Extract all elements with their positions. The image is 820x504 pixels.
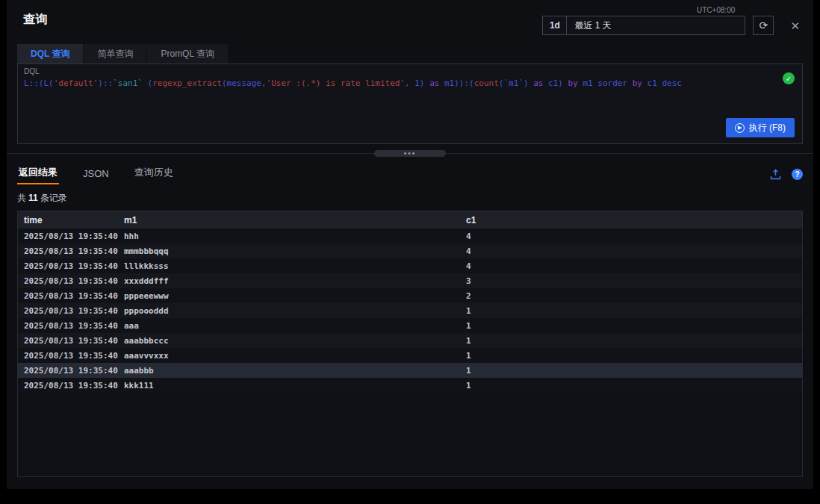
timezone-label: UTC+08:00: [697, 6, 735, 14]
record-count-value: 11: [26, 193, 40, 203]
tab-promql-query[interactable]: PromQL 查询: [147, 44, 229, 63]
table-row[interactable]: 2025/08/13 19:35:40kkk1111: [18, 378, 802, 393]
table-row[interactable]: 2025/08/13 19:35:40hhh4: [18, 228, 802, 243]
results-table: time m1 c1 2025/08/13 19:35:40hhh42025/0…: [18, 211, 802, 393]
table-cell: xxxdddfff: [118, 273, 460, 288]
help-glyph: ?: [795, 170, 799, 178]
record-count: 共11条记录: [17, 192, 803, 205]
export-icon[interactable]: [770, 169, 781, 180]
table-row[interactable]: 2025/08/13 19:35:40pppoooddd1: [18, 303, 802, 318]
refresh-icon: ⟳: [760, 19, 768, 31]
tab-dql-query[interactable]: DQL 查询: [17, 44, 84, 63]
code-token: regexp_extract: [152, 78, 222, 88]
play-icon: ▶: [735, 123, 745, 133]
table-cell: pppeeewww: [118, 288, 460, 303]
table-cell: 4: [460, 243, 802, 258]
tab-results[interactable]: 返回结果: [17, 163, 59, 186]
results-table-container: time m1 c1 2025/08/13 19:35:40hhh42025/0…: [17, 211, 803, 477]
results-tabbar: 返回结果 JSON 查询历史 ?: [17, 162, 803, 186]
code-token: (`m1`): [499, 78, 533, 88]
range-shortcut-button[interactable]: 1d: [543, 16, 567, 34]
code-token: by: [568, 78, 578, 88]
code-token: (: [143, 78, 152, 88]
table-cell: 1: [460, 378, 802, 393]
table-cell: 2025/08/13 19:35:40: [18, 378, 118, 393]
tab-simple-query[interactable]: 简单查询: [84, 44, 147, 63]
table-cell: 1: [460, 363, 802, 378]
code-token: 'default': [54, 78, 99, 88]
table-cell: 2025/08/13 19:35:40: [18, 288, 118, 303]
editor-label: DQL: [24, 67, 40, 75]
code-token: as: [533, 78, 543, 88]
table-cell: 4: [460, 228, 802, 243]
table-cell: lllkkksss: [118, 258, 460, 273]
table-cell: 1: [460, 318, 802, 333]
table-row[interactable]: 2025/08/13 19:35:40lllkkksss4: [18, 258, 802, 273]
dql-editor[interactable]: DQL L::(L('default')::`san1` (regexp_ext…: [17, 63, 803, 144]
table-cell: 3: [460, 273, 802, 288]
close-button[interactable]: ✕: [790, 19, 800, 33]
table-cell: 2025/08/13 19:35:40: [18, 318, 118, 333]
table-cell: 2025/08/13 19:35:40: [18, 303, 118, 318]
table-cell: hhh: [118, 228, 460, 243]
column-header-time[interactable]: time: [18, 211, 118, 228]
table-row[interactable]: 2025/08/13 19:35:40xxxdddfff3: [18, 273, 802, 288]
execute-label: 执行 (F8): [749, 122, 786, 134]
help-icon[interactable]: ?: [792, 169, 803, 180]
table-cell: 2025/08/13 19:35:40: [18, 273, 118, 288]
table-row[interactable]: 2025/08/13 19:35:40pppeeewww2: [18, 288, 802, 303]
table-row[interactable]: 2025/08/13 19:35:40aaavvvxxx1: [18, 348, 802, 363]
code-token: by: [633, 78, 642, 88]
code-token: , 1): [405, 78, 429, 88]
play-glyph: ▶: [738, 125, 742, 131]
table-row[interactable]: 2025/08/13 19:35:40aaabbb1: [18, 363, 802, 378]
code-token: (message,: [222, 78, 267, 88]
query-valid-check-icon: ✓: [783, 72, 795, 84]
code-token: count: [474, 78, 499, 88]
table-cell: 2025/08/13 19:35:40: [18, 333, 118, 348]
time-range-select[interactable]: 最近 1 天: [567, 16, 745, 34]
drag-handle[interactable]: •••: [374, 150, 446, 157]
code-token: c1): [543, 78, 568, 88]
tab-query-history[interactable]: 查询历史: [133, 163, 175, 186]
table-cell: 2025/08/13 19:35:40: [18, 363, 118, 378]
execute-button[interactable]: ▶ 执行 (F8): [726, 118, 795, 137]
record-count-prefix: 共: [17, 193, 26, 203]
record-count-suffix: 条记录: [40, 193, 67, 203]
time-range-block: UTC+08:00 1d 最近 1 天: [542, 6, 745, 35]
panel-splitter[interactable]: •••: [7, 149, 813, 159]
table-cell: 4: [460, 258, 802, 273]
table-cell: aaabbb: [118, 363, 460, 378]
check-icon: ✓: [786, 75, 792, 83]
time-range-group: 1d 最近 1 天: [542, 16, 745, 35]
query-window: 查询 UTC+08:00 1d 最近 1 天 ⟳ ✕ DQL 查询 简单查询 P: [7, 0, 813, 489]
table-row[interactable]: 2025/08/13 19:35:40mmmbbbqqq4: [18, 243, 802, 258]
results-section: 返回结果 JSON 查询历史 ? 共11条记录: [7, 159, 813, 477]
header-controls: UTC+08:00 1d 最近 1 天 ⟳ ✕: [542, 6, 803, 35]
results-table-body: 2025/08/13 19:35:40hhh42025/08/13 19:35:…: [18, 228, 802, 393]
code-token: `san1`: [113, 78, 143, 88]
table-row[interactable]: 2025/08/13 19:35:40aaabbbccc1: [18, 333, 802, 348]
table-cell: kkk111: [118, 378, 460, 393]
code-token: m1)):(: [439, 78, 473, 88]
table-header-row: time m1 c1: [18, 211, 802, 228]
code-token: c1 desc: [642, 78, 682, 88]
close-icon: ✕: [790, 19, 800, 32]
table-cell: aaabbbccc: [118, 333, 460, 348]
refresh-button[interactable]: ⟳: [753, 16, 774, 35]
column-header-m1[interactable]: m1: [118, 211, 460, 228]
tab-json[interactable]: JSON: [81, 165, 111, 186]
table-cell: 2025/08/13 19:35:40: [18, 243, 118, 258]
table-cell: 2: [460, 288, 802, 303]
code-token: L::(L(: [24, 78, 54, 88]
table-row[interactable]: 2025/08/13 19:35:40aaa1: [18, 318, 802, 333]
time-range-value: 最近 1 天: [574, 19, 611, 32]
code-token: )::: [98, 78, 113, 88]
query-code[interactable]: L::(L('default')::`san1` (regexp_extract…: [24, 78, 769, 90]
table-cell: 2025/08/13 19:35:40: [18, 348, 118, 363]
code-token: as: [429, 78, 439, 88]
table-cell: 1: [460, 348, 802, 363]
page-title: 查询: [23, 6, 49, 28]
results-toolbar: ?: [770, 169, 803, 186]
column-header-c1[interactable]: c1: [460, 211, 802, 228]
